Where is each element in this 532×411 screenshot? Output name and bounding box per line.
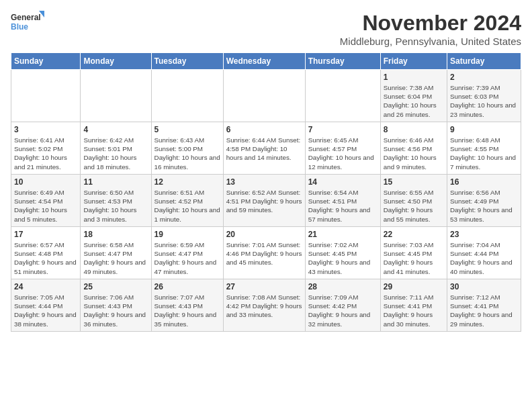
logo: General Blue <box>11 11 44 35</box>
day-number: 20 <box>226 230 302 239</box>
table-row: 3Sunrise: 6:41 AM Sunset: 5:02 PM Daylig… <box>11 122 81 175</box>
table-row: 22Sunrise: 7:03 AM Sunset: 4:45 PM Dayli… <box>380 227 447 279</box>
table-row: 23Sunrise: 7:04 AM Sunset: 4:44 PM Dayli… <box>447 227 521 279</box>
day-info: Sunrise: 6:46 AM Sunset: 4:56 PM Dayligh… <box>384 136 444 171</box>
day-info: Sunrise: 6:45 AM Sunset: 4:57 PM Dayligh… <box>308 136 378 171</box>
table-row: 1Sunrise: 7:38 AM Sunset: 6:04 PM Daylig… <box>380 70 447 122</box>
table-row: 14Sunrise: 6:54 AM Sunset: 4:51 PM Dayli… <box>305 175 380 227</box>
day-number: 29 <box>384 282 444 291</box>
day-number: 3 <box>14 125 77 134</box>
day-info: Sunrise: 6:43 AM Sunset: 5:00 PM Dayligh… <box>154 136 220 171</box>
day-number: 14 <box>308 177 378 187</box>
table-row <box>223 70 305 122</box>
calendar-week-row: 24Sunrise: 7:05 AM Sunset: 4:44 PM Dayli… <box>11 279 521 332</box>
day-info: Sunrise: 7:06 AM Sunset: 4:43 PM Dayligh… <box>83 293 148 328</box>
day-info: Sunrise: 6:44 AM Sunset: 4:58 PM Dayligh… <box>226 136 302 163</box>
table-row: 16Sunrise: 6:56 AM Sunset: 4:49 PM Dayli… <box>447 175 521 227</box>
day-info: Sunrise: 7:39 AM Sunset: 6:03 PM Dayligh… <box>450 83 518 119</box>
day-info: Sunrise: 6:50 AM Sunset: 4:53 PM Dayligh… <box>83 188 148 224</box>
day-info: Sunrise: 7:07 AM Sunset: 4:43 PM Dayligh… <box>154 293 220 328</box>
day-info: Sunrise: 6:48 AM Sunset: 4:55 PM Dayligh… <box>450 136 518 171</box>
day-number: 25 <box>83 282 148 291</box>
day-info: Sunrise: 7:03 AM Sunset: 4:45 PM Dayligh… <box>384 240 444 276</box>
day-number: 13 <box>226 177 302 187</box>
header-wednesday: Wednesday <box>223 53 305 70</box>
day-number: 21 <box>308 230 378 239</box>
day-info: Sunrise: 6:57 AM Sunset: 4:48 PM Dayligh… <box>14 240 77 276</box>
table-row: 27Sunrise: 7:08 AM Sunset: 4:42 PM Dayli… <box>223 279 305 332</box>
table-row: 15Sunrise: 6:55 AM Sunset: 4:50 PM Dayli… <box>380 175 447 227</box>
calendar-table: Sunday Monday Tuesday Wednesday Thursday… <box>11 52 521 332</box>
table-row: 13Sunrise: 6:52 AM Sunset: 4:51 PM Dayli… <box>223 175 305 227</box>
day-number: 30 <box>450 282 518 291</box>
day-number: 24 <box>14 282 77 291</box>
day-number: 15 <box>384 177 444 187</box>
header-saturday: Saturday <box>447 53 521 70</box>
table-row: 10Sunrise: 6:49 AM Sunset: 4:54 PM Dayli… <box>11 175 81 227</box>
table-row: 11Sunrise: 6:50 AM Sunset: 4:53 PM Dayli… <box>81 175 151 227</box>
day-number: 22 <box>384 230 444 239</box>
day-number: 10 <box>14 177 77 187</box>
day-number: 2 <box>450 73 518 82</box>
table-row: 7Sunrise: 6:45 AM Sunset: 4:57 PM Daylig… <box>305 122 380 175</box>
table-row: 19Sunrise: 6:59 AM Sunset: 4:47 PM Dayli… <box>151 227 223 279</box>
day-info: Sunrise: 6:52 AM Sunset: 4:51 PM Dayligh… <box>226 188 302 215</box>
day-number: 23 <box>450 230 518 239</box>
calendar-week-row: 17Sunrise: 6:57 AM Sunset: 4:48 PM Dayli… <box>11 227 521 279</box>
table-row: 4Sunrise: 6:42 AM Sunset: 5:01 PM Daylig… <box>81 122 151 175</box>
table-row: 2Sunrise: 7:39 AM Sunset: 6:03 PM Daylig… <box>447 70 521 122</box>
table-row: 8Sunrise: 6:46 AM Sunset: 4:56 PM Daylig… <box>380 122 447 175</box>
calendar-week-row: 3Sunrise: 6:41 AM Sunset: 5:02 PM Daylig… <box>11 122 521 175</box>
day-number: 18 <box>83 230 148 239</box>
table-row <box>305 70 380 122</box>
table-row: 25Sunrise: 7:06 AM Sunset: 4:43 PM Dayli… <box>81 279 151 332</box>
day-info: Sunrise: 7:12 AM Sunset: 4:41 PM Dayligh… <box>450 293 518 328</box>
title-area: November 2024 Middleburg, Pennsylvania, … <box>340 11 521 47</box>
day-number: 9 <box>450 125 518 134</box>
table-row: 20Sunrise: 7:01 AM Sunset: 4:46 PM Dayli… <box>223 227 305 279</box>
header-monday: Monday <box>81 53 151 70</box>
day-number: 19 <box>154 230 220 239</box>
day-number: 6 <box>226 125 302 134</box>
table-row: 24Sunrise: 7:05 AM Sunset: 4:44 PM Dayli… <box>11 279 81 332</box>
day-number: 11 <box>83 177 148 187</box>
table-row: 9Sunrise: 6:48 AM Sunset: 4:55 PM Daylig… <box>447 122 521 175</box>
table-row: 28Sunrise: 7:09 AM Sunset: 4:42 PM Dayli… <box>305 279 380 332</box>
table-row: 17Sunrise: 6:57 AM Sunset: 4:48 PM Dayli… <box>11 227 81 279</box>
day-info: Sunrise: 7:01 AM Sunset: 4:46 PM Dayligh… <box>226 240 302 267</box>
day-info: Sunrise: 6:51 AM Sunset: 4:52 PM Dayligh… <box>154 188 220 224</box>
calendar-week-row: 1Sunrise: 7:38 AM Sunset: 6:04 PM Daylig… <box>11 70 521 122</box>
day-info: Sunrise: 7:09 AM Sunset: 4:42 PM Dayligh… <box>308 293 378 328</box>
table-row: 5Sunrise: 6:43 AM Sunset: 5:00 PM Daylig… <box>151 122 223 175</box>
day-info: Sunrise: 7:08 AM Sunset: 4:42 PM Dayligh… <box>226 293 302 320</box>
day-info: Sunrise: 6:58 AM Sunset: 4:47 PM Dayligh… <box>83 240 148 276</box>
table-row <box>81 70 151 122</box>
table-row: 21Sunrise: 7:02 AM Sunset: 4:45 PM Dayli… <box>305 227 380 279</box>
day-info: Sunrise: 6:56 AM Sunset: 4:49 PM Dayligh… <box>450 188 518 224</box>
svg-text:General: General <box>11 13 41 22</box>
calendar-header-row: Sunday Monday Tuesday Wednesday Thursday… <box>11 53 521 70</box>
table-row: 6Sunrise: 6:44 AM Sunset: 4:58 PM Daylig… <box>223 122 305 175</box>
table-row <box>151 70 223 122</box>
day-number: 16 <box>450 177 518 187</box>
day-number: 26 <box>154 282 220 291</box>
day-info: Sunrise: 7:02 AM Sunset: 4:45 PM Dayligh… <box>308 240 378 276</box>
day-info: Sunrise: 6:55 AM Sunset: 4:50 PM Dayligh… <box>384 188 444 224</box>
day-info: Sunrise: 6:59 AM Sunset: 4:47 PM Dayligh… <box>154 240 220 276</box>
page-title: November 2024 <box>340 11 521 36</box>
table-row: 26Sunrise: 7:07 AM Sunset: 4:43 PM Dayli… <box>151 279 223 332</box>
day-info: Sunrise: 6:42 AM Sunset: 5:01 PM Dayligh… <box>83 136 148 171</box>
day-number: 7 <box>308 125 378 134</box>
calendar-body: 1Sunrise: 7:38 AM Sunset: 6:04 PM Daylig… <box>11 70 521 332</box>
day-number: 1 <box>384 73 444 82</box>
day-info: Sunrise: 7:04 AM Sunset: 4:44 PM Dayligh… <box>450 240 518 276</box>
header: General Blue November 2024 Middleburg, P… <box>11 11 521 47</box>
page-subtitle: Middleburg, Pennsylvania, United States <box>340 36 521 47</box>
calendar-page: General Blue November 2024 Middleburg, P… <box>0 0 532 337</box>
header-thursday: Thursday <box>305 53 380 70</box>
day-info: Sunrise: 6:54 AM Sunset: 4:51 PM Dayligh… <box>308 188 378 224</box>
day-info: Sunrise: 6:41 AM Sunset: 5:02 PM Dayligh… <box>14 136 77 171</box>
calendar-week-row: 10Sunrise: 6:49 AM Sunset: 4:54 PM Dayli… <box>11 175 521 227</box>
day-info: Sunrise: 7:11 AM Sunset: 4:41 PM Dayligh… <box>384 293 444 328</box>
day-info: Sunrise: 7:38 AM Sunset: 6:04 PM Dayligh… <box>384 83 444 119</box>
